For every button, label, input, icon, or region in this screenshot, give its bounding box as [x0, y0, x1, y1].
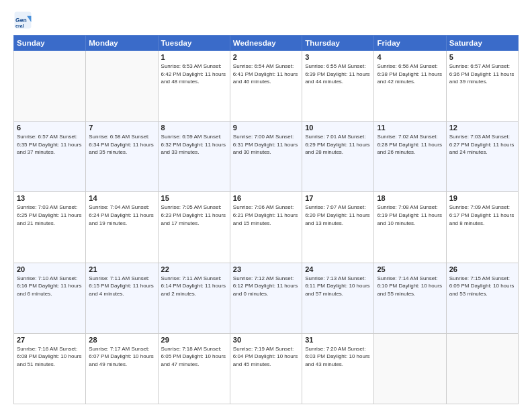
day-info: Sunrise: 6:57 AM Sunset: 6:35 PM Dayligh…: [17, 133, 83, 156]
day-info: Sunrise: 7:19 AM Sunset: 6:04 PM Dayligh…: [233, 345, 299, 369]
day-info: Sunrise: 7:20 AM Sunset: 6:03 PM Dayligh…: [305, 345, 371, 369]
calendar-week-5: 27Sunrise: 7:16 AM Sunset: 6:08 PM Dayli…: [14, 333, 519, 404]
calendar-header-saturday: Saturday: [446, 36, 518, 51]
day-info: Sunrise: 6:53 AM Sunset: 6:42 PM Dayligh…: [161, 62, 227, 86]
day-info: Sunrise: 7:11 AM Sunset: 6:14 PM Dayligh…: [161, 275, 227, 298]
calendar-cell: 8Sunrise: 6:59 AM Sunset: 6:32 PM Daylig…: [158, 122, 230, 192]
calendar-week-3: 13Sunrise: 7:03 AM Sunset: 6:25 PM Dayli…: [14, 192, 519, 263]
day-info: Sunrise: 6:54 AM Sunset: 6:41 PM Dayligh…: [233, 62, 299, 86]
logo-icon: Gen eral: [13, 11, 32, 30]
day-info: Sunrise: 7:00 AM Sunset: 6:31 PM Dayligh…: [233, 133, 299, 156]
day-info: Sunrise: 7:16 AM Sunset: 6:08 PM Dayligh…: [17, 345, 83, 369]
calendar-header-sunday: Sunday: [14, 36, 86, 51]
day-info: Sunrise: 7:10 AM Sunset: 6:16 PM Dayligh…: [17, 275, 83, 298]
day-info: Sunrise: 6:59 AM Sunset: 6:32 PM Dayligh…: [161, 133, 227, 156]
day-number: 20: [17, 265, 83, 273]
day-info: Sunrise: 7:02 AM Sunset: 6:28 PM Dayligh…: [377, 133, 443, 156]
day-number: 14: [89, 194, 154, 202]
day-number: 6: [17, 124, 83, 132]
day-number: 28: [89, 336, 154, 344]
day-number: 25: [377, 265, 443, 273]
day-info: Sunrise: 7:04 AM Sunset: 6:24 PM Dayligh…: [89, 203, 154, 227]
day-info: Sunrise: 7:01 AM Sunset: 6:29 PM Dayligh…: [305, 133, 371, 156]
header: Gen eral: [13, 11, 519, 30]
day-number: 10: [305, 124, 371, 132]
day-info: Sunrise: 7:15 AM Sunset: 6:09 PM Dayligh…: [449, 275, 515, 298]
day-number: 1: [161, 53, 227, 61]
day-info: Sunrise: 6:56 AM Sunset: 6:38 PM Dayligh…: [377, 62, 443, 86]
day-number: 18: [377, 194, 443, 202]
day-number: 24: [305, 265, 371, 273]
calendar-cell: 16Sunrise: 7:06 AM Sunset: 6:21 PM Dayli…: [230, 192, 302, 263]
calendar-cell: 11Sunrise: 7:02 AM Sunset: 6:28 PM Dayli…: [374, 122, 446, 192]
day-number: 11: [377, 124, 443, 132]
day-number: 12: [449, 124, 515, 132]
calendar-cell: 29Sunrise: 7:18 AM Sunset: 6:05 PM Dayli…: [158, 333, 230, 404]
day-info: Sunrise: 7:11 AM Sunset: 6:15 PM Dayligh…: [89, 275, 154, 298]
day-number: 29: [161, 336, 227, 344]
day-number: 26: [449, 265, 515, 273]
calendar-week-2: 6Sunrise: 6:57 AM Sunset: 6:35 PM Daylig…: [14, 122, 519, 192]
calendar-cell: [86, 51, 158, 122]
day-number: 17: [305, 194, 371, 202]
calendar-cell: 26Sunrise: 7:15 AM Sunset: 6:09 PM Dayli…: [446, 263, 518, 333]
day-info: Sunrise: 7:13 AM Sunset: 6:11 PM Dayligh…: [305, 275, 371, 298]
calendar-cell: 9Sunrise: 7:00 AM Sunset: 6:31 PM Daylig…: [230, 122, 302, 192]
day-info: Sunrise: 7:03 AM Sunset: 6:25 PM Dayligh…: [17, 203, 83, 227]
calendar-cell: 13Sunrise: 7:03 AM Sunset: 6:25 PM Dayli…: [14, 192, 86, 263]
page: Gen eral SundayMondayTuesdayWednesdayThu…: [0, 0, 532, 411]
calendar-cell: 15Sunrise: 7:05 AM Sunset: 6:23 PM Dayli…: [158, 192, 230, 263]
day-info: Sunrise: 7:06 AM Sunset: 6:21 PM Dayligh…: [233, 203, 299, 227]
day-info: Sunrise: 6:58 AM Sunset: 6:34 PM Dayligh…: [89, 133, 154, 156]
day-info: Sunrise: 7:14 AM Sunset: 6:10 PM Dayligh…: [377, 275, 443, 298]
calendar-cell: 31Sunrise: 7:20 AM Sunset: 6:03 PM Dayli…: [302, 333, 374, 404]
calendar-cell: 17Sunrise: 7:07 AM Sunset: 6:20 PM Dayli…: [302, 192, 374, 263]
day-info: Sunrise: 7:07 AM Sunset: 6:20 PM Dayligh…: [305, 203, 371, 227]
calendar-cell: 3Sunrise: 6:55 AM Sunset: 6:39 PM Daylig…: [302, 51, 374, 122]
day-number: 27: [17, 336, 83, 344]
calendar-cell: 1Sunrise: 6:53 AM Sunset: 6:42 PM Daylig…: [158, 51, 230, 122]
day-info: Sunrise: 7:08 AM Sunset: 6:19 PM Dayligh…: [377, 203, 443, 227]
calendar-cell: 23Sunrise: 7:12 AM Sunset: 6:12 PM Dayli…: [230, 263, 302, 333]
day-number: 7: [89, 124, 154, 132]
day-info: Sunrise: 7:03 AM Sunset: 6:27 PM Dayligh…: [449, 133, 515, 156]
calendar-cell: 19Sunrise: 7:09 AM Sunset: 6:17 PM Dayli…: [446, 192, 518, 263]
calendar-cell: 12Sunrise: 7:03 AM Sunset: 6:27 PM Dayli…: [446, 122, 518, 192]
calendar-cell: 10Sunrise: 7:01 AM Sunset: 6:29 PM Dayli…: [302, 122, 374, 192]
calendar-cell: [374, 333, 446, 404]
svg-text:eral: eral: [15, 24, 24, 28]
svg-text:Gen: Gen: [15, 17, 27, 24]
day-number: 16: [233, 194, 299, 202]
day-number: 3: [305, 53, 371, 61]
calendar-cell: 27Sunrise: 7:16 AM Sunset: 6:08 PM Dayli…: [14, 333, 86, 404]
calendar-cell: 4Sunrise: 6:56 AM Sunset: 6:38 PM Daylig…: [374, 51, 446, 122]
day-number: 13: [17, 194, 83, 202]
day-info: Sunrise: 7:09 AM Sunset: 6:17 PM Dayligh…: [449, 203, 515, 227]
calendar-cell: 20Sunrise: 7:10 AM Sunset: 6:16 PM Dayli…: [14, 263, 86, 333]
calendar-cell: 22Sunrise: 7:11 AM Sunset: 6:14 PM Dayli…: [158, 263, 230, 333]
calendar-cell: 25Sunrise: 7:14 AM Sunset: 6:10 PM Dayli…: [374, 263, 446, 333]
day-number: 21: [89, 265, 154, 273]
calendar-header-row: SundayMondayTuesdayWednesdayThursdayFrid…: [14, 36, 519, 51]
day-number: 23: [233, 265, 299, 273]
calendar-cell: 2Sunrise: 6:54 AM Sunset: 6:41 PM Daylig…: [230, 51, 302, 122]
calendar-cell: 18Sunrise: 7:08 AM Sunset: 6:19 PM Dayli…: [374, 192, 446, 263]
calendar-header-wednesday: Wednesday: [230, 36, 302, 51]
day-info: Sunrise: 7:12 AM Sunset: 6:12 PM Dayligh…: [233, 275, 299, 298]
calendar-cell: 14Sunrise: 7:04 AM Sunset: 6:24 PM Dayli…: [86, 192, 158, 263]
day-number: 5: [449, 53, 515, 61]
calendar-header-thursday: Thursday: [302, 36, 374, 51]
day-number: 8: [161, 124, 227, 132]
calendar-cell: 21Sunrise: 7:11 AM Sunset: 6:15 PM Dayli…: [86, 263, 158, 333]
calendar-cell: 5Sunrise: 6:57 AM Sunset: 6:36 PM Daylig…: [446, 51, 518, 122]
day-number: 30: [233, 336, 299, 344]
day-info: Sunrise: 6:57 AM Sunset: 6:36 PM Dayligh…: [449, 62, 515, 86]
calendar-week-4: 20Sunrise: 7:10 AM Sunset: 6:16 PM Dayli…: [14, 263, 519, 333]
calendar-week-1: 1Sunrise: 6:53 AM Sunset: 6:42 PM Daylig…: [14, 51, 519, 122]
calendar-header-friday: Friday: [374, 36, 446, 51]
calendar-cell: 28Sunrise: 7:17 AM Sunset: 6:07 PM Dayli…: [86, 333, 158, 404]
calendar-cell: 24Sunrise: 7:13 AM Sunset: 6:11 PM Dayli…: [302, 263, 374, 333]
day-info: Sunrise: 7:18 AM Sunset: 6:05 PM Dayligh…: [161, 345, 227, 369]
day-number: 15: [161, 194, 227, 202]
day-info: Sunrise: 6:55 AM Sunset: 6:39 PM Dayligh…: [305, 62, 371, 86]
